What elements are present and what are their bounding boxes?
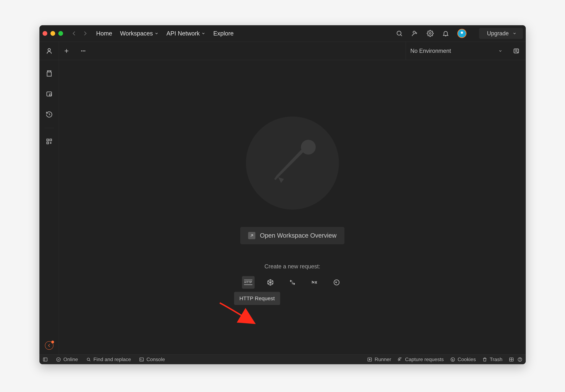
capture-requests-label: Capture requests [405, 357, 444, 362]
svg-point-2 [429, 33, 431, 34]
svg-point-0 [397, 31, 401, 35]
websocket-request-button[interactable] [308, 276, 321, 289]
top-icons: Upgrade [396, 28, 523, 39]
svg-point-4 [81, 50, 82, 51]
websocket-icon [311, 279, 318, 286]
search-icon [86, 357, 91, 362]
svg-point-22 [451, 358, 455, 361]
close-window-button[interactable] [42, 31, 47, 36]
invite-icon[interactable] [411, 30, 419, 37]
subbar: No Environment [40, 42, 526, 60]
upgrade-button[interactable]: Upgrade [479, 28, 523, 39]
chevron-down-icon [201, 31, 206, 35]
trash-button[interactable]: Trash [482, 357, 502, 362]
postbot-button[interactable] [45, 341, 54, 350]
graphql-request-button[interactable] [264, 276, 277, 289]
graphql-icon [267, 279, 274, 286]
svg-point-28 [520, 360, 520, 361]
app-window: Home Workspaces API Network Explore [40, 25, 526, 364]
sync-status[interactable]: Online [56, 357, 78, 362]
nav-back-button[interactable] [71, 30, 77, 37]
nav-explore[interactable]: Explore [213, 30, 234, 37]
find-replace-button[interactable]: Find and replace [86, 357, 131, 362]
search-icon[interactable] [396, 30, 403, 37]
http-request-button[interactable]: HTTP HTTP Request [242, 276, 255, 289]
open-workspace-overview-button[interactable]: Open Workspace Overview [240, 227, 344, 244]
help-button[interactable] [517, 357, 523, 362]
cookies-label: Cookies [458, 357, 476, 362]
svg-point-5 [83, 50, 84, 51]
user-avatar[interactable] [457, 29, 467, 38]
history-icon[interactable] [45, 111, 53, 118]
chevron-down-icon [154, 31, 159, 35]
cookie-icon [450, 357, 455, 362]
tab-strip [59, 42, 406, 60]
find-replace-label: Find and replace [94, 357, 131, 362]
console-button[interactable]: Console [139, 357, 165, 362]
chevron-down-icon [498, 49, 502, 53]
workspace-selector-button[interactable] [40, 42, 59, 60]
nav-explore-label: Explore [213, 30, 234, 37]
nav-home-label: Home [96, 30, 112, 37]
request-type-buttons: HTTP HTTP Request g [242, 276, 343, 289]
postman-logo [246, 116, 339, 210]
satellite-icon [398, 357, 403, 362]
settings-icon[interactable] [427, 30, 434, 37]
check-circle-icon [56, 357, 61, 362]
environment-quicklook-button[interactable] [507, 42, 526, 60]
minimize-window-button[interactable] [50, 31, 55, 36]
svg-point-6 [84, 50, 85, 51]
environments-icon[interactable] [45, 90, 53, 98]
nav-workspaces-label: Workspaces [120, 30, 153, 37]
left-rail [40, 60, 59, 354]
grpc-request-button[interactable]: g [286, 276, 299, 289]
svg-point-25 [452, 360, 453, 360]
nav-forward-button[interactable] [82, 30, 88, 37]
grpc-icon: g [289, 279, 296, 286]
runner-button[interactable]: Runner [367, 357, 391, 362]
socketio-request-button[interactable] [330, 276, 343, 289]
svg-point-17 [56, 358, 60, 361]
nav-home[interactable]: Home [96, 30, 112, 37]
svg-text:g: g [291, 281, 293, 284]
statusbar: Online Find and replace Console Runner C… [40, 354, 526, 364]
sync-status-label: Online [63, 357, 78, 362]
panel-icon [42, 357, 48, 362]
environment-label: No Environment [410, 48, 451, 54]
titlebar: Home Workspaces API Network Explore [40, 25, 526, 42]
new-tab-button[interactable] [62, 46, 71, 55]
nav-workspaces[interactable]: Workspaces [120, 30, 158, 37]
cookies-button[interactable]: Cookies [450, 357, 476, 362]
console-icon [139, 357, 144, 362]
svg-point-18 [87, 358, 90, 361]
http-icon: HTTP [244, 280, 252, 285]
nav-api-network-label: API Network [166, 30, 200, 37]
svg-rect-19 [140, 358, 143, 361]
help-icon [517, 357, 523, 362]
top-nav: Home Workspaces API Network Explore [96, 30, 234, 37]
socketio-icon [333, 279, 340, 286]
svg-rect-12 [47, 142, 49, 144]
collections-icon[interactable] [45, 70, 53, 77]
toggle-sidebar-button[interactable] [42, 357, 48, 362]
configure-workspace-icon[interactable] [45, 138, 53, 145]
svg-point-3 [48, 48, 50, 51]
open-external-icon [248, 232, 255, 239]
capture-requests-button[interactable]: Capture requests [398, 357, 444, 362]
tab-options-button[interactable] [79, 46, 88, 55]
play-icon [367, 357, 372, 362]
runner-label: Runner [374, 357, 391, 362]
environment-selector[interactable]: No Environment [406, 42, 507, 60]
two-pane-toggle[interactable] [509, 357, 514, 362]
create-request-label: Create a new request: [264, 263, 320, 270]
trash-icon [482, 357, 487, 362]
svg-point-13 [301, 140, 316, 154]
chevron-down-icon [512, 31, 517, 35]
http-request-tooltip: HTTP Request [234, 292, 280, 305]
nav-api-network[interactable]: API Network [166, 30, 206, 37]
maximize-window-button[interactable] [58, 31, 63, 36]
svg-point-23 [452, 359, 452, 359]
notifications-icon[interactable] [442, 30, 449, 37]
open-workspace-overview-label: Open Workspace Overview [260, 232, 336, 239]
layout-icon [509, 357, 514, 362]
